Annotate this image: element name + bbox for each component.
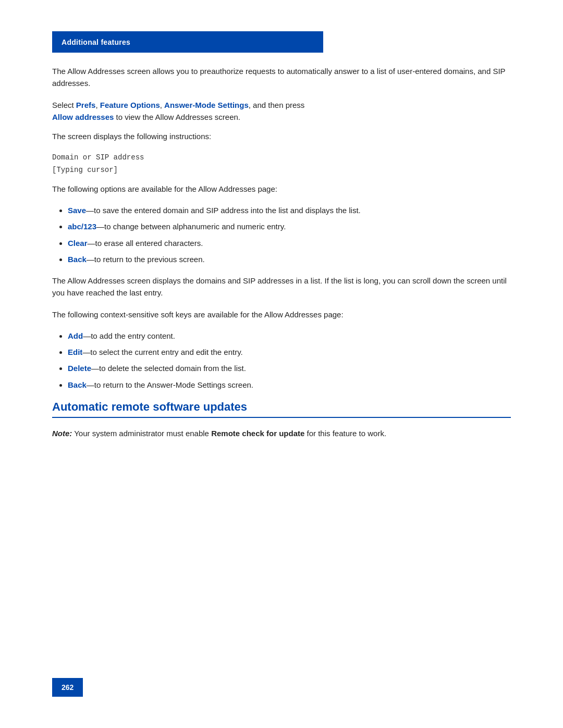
softkey-edit-desc: —to select the current entry and edit th… bbox=[82, 348, 242, 356]
softkey-back-desc: —to return to the Answer-Mode Settings s… bbox=[87, 380, 253, 389]
note-suffix: for this feature to work. bbox=[304, 429, 386, 438]
softkey-add-keyword: Add bbox=[68, 331, 83, 340]
list-item: Back—to return to the Answer-Mode Settin… bbox=[68, 379, 511, 391]
list-item: Save—to save the entered domain and SIP … bbox=[68, 204, 511, 216]
note-label: Note: bbox=[52, 429, 72, 438]
soft-keys-intro: The following context-sensitive soft key… bbox=[52, 309, 511, 320]
select-suffix: , and then press bbox=[249, 101, 305, 109]
softkey-edit-keyword: Edit bbox=[68, 348, 82, 356]
option-save-keyword: Save bbox=[68, 206, 86, 215]
list-display-paragraph: The Allow Addresses screen displays the … bbox=[52, 275, 511, 299]
option-back-desc: —to return to the previous screen. bbox=[87, 255, 205, 264]
list-item: Delete—to delete the selected domain fro… bbox=[68, 362, 511, 374]
option-clear-desc: —to erase all entered characters. bbox=[88, 239, 203, 248]
softkey-delete-desc: —to delete the selected domain from the … bbox=[91, 364, 246, 373]
answer-mode-link: Answer-Mode Settings bbox=[164, 101, 249, 109]
section-header-box: Additional features bbox=[52, 31, 323, 53]
option-abc-keyword: abc/123 bbox=[68, 222, 96, 231]
option-clear-keyword: Clear bbox=[68, 239, 88, 248]
list-item: Add—to add the entry content. bbox=[68, 330, 511, 342]
monospace-line2: [Typing cursor] bbox=[52, 164, 511, 177]
monospace-block: Domain or SIP address [Typing cursor] bbox=[52, 152, 511, 177]
page-number: 262 bbox=[62, 683, 74, 692]
list-item: Clear—to erase all entered characters. bbox=[68, 237, 511, 249]
feature-options-link: Feature Options bbox=[100, 101, 160, 109]
comma1: , bbox=[95, 101, 100, 109]
select-prefix: Select bbox=[52, 101, 76, 109]
page-number-box: 262 bbox=[52, 678, 83, 697]
softkey-delete-keyword: Delete bbox=[68, 364, 91, 373]
softkey-add-desc: —to add the entry content. bbox=[83, 331, 175, 340]
option-abc-desc: —to change between alphanumeric and nume… bbox=[96, 222, 286, 231]
note-block: Note: Your system administrator must ena… bbox=[52, 427, 511, 439]
screen-displays-text: The screen displays the following instru… bbox=[52, 130, 511, 142]
options-intro: The following options are available for … bbox=[52, 183, 511, 195]
option-save-desc: —to save the entered domain and SIP addr… bbox=[86, 206, 361, 215]
select-suffix2: to view the Allow Addresses screen. bbox=[114, 113, 240, 121]
select-instruction: Select Prefs, Feature Options, Answer-Mo… bbox=[52, 99, 511, 124]
note-text: Your system administrator must enable bbox=[72, 429, 211, 438]
section-header-label: Additional features bbox=[62, 38, 130, 46]
page-container: Additional features The Allow Addresses … bbox=[0, 0, 563, 728]
list-item: abc/123—to change between alphanumeric a… bbox=[68, 220, 511, 232]
comma2: , bbox=[160, 101, 164, 109]
list-item: Back—to return to the previous screen. bbox=[68, 253, 511, 265]
softkey-back-keyword: Back bbox=[68, 380, 87, 389]
section-title: Automatic remote software updates bbox=[52, 400, 511, 414]
section-divider bbox=[52, 417, 511, 418]
note-bold: Remote check for update bbox=[211, 429, 304, 438]
soft-keys-list: Add—to add the entry content. Edit—to se… bbox=[68, 330, 511, 391]
intro-paragraph: The Allow Addresses screen allows you to… bbox=[52, 65, 511, 90]
allow-addresses-link: Allow addresses bbox=[52, 113, 114, 121]
list-item: Edit—to select the current entry and edi… bbox=[68, 346, 511, 358]
options-list: Save—to save the entered domain and SIP … bbox=[68, 204, 511, 265]
prefs-link: Prefs bbox=[76, 101, 96, 109]
monospace-line1: Domain or SIP address bbox=[52, 152, 511, 164]
option-back-keyword: Back bbox=[68, 255, 87, 264]
